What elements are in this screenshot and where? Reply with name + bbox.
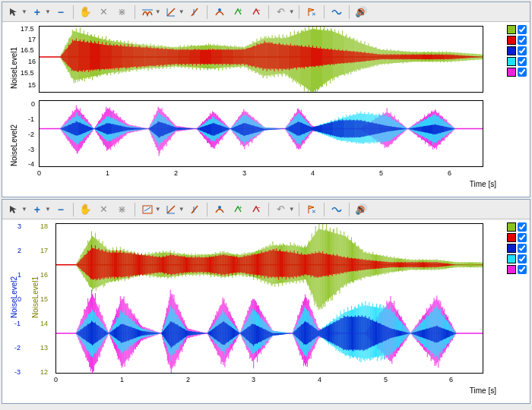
legend-checkbox-series-4[interactable]: [518, 57, 527, 66]
measure-tool-2[interactable]: ⋇: [114, 202, 131, 217]
measure-tool-1[interactable]: ✕: [96, 202, 112, 217]
ytick: -3: [28, 146, 34, 153]
cross-icon: ✕: [100, 203, 108, 215]
marker-add-button[interactable]: +: [230, 5, 246, 20]
undo-button[interactable]: ↶: [273, 5, 290, 20]
ytick: -4: [28, 160, 34, 168]
zoom-out-button[interactable]: −: [52, 5, 69, 20]
xlabel-1: Time [s]: [470, 180, 496, 188]
mute-button[interactable]: 🔊⊘: [353, 202, 370, 217]
speaker-off-icon: 🔊⊘: [355, 203, 368, 215]
legend-row-series-1: [507, 25, 528, 34]
xtick: 0: [54, 376, 58, 383]
ytick-r: 15: [40, 295, 48, 303]
minus-icon: −: [58, 203, 64, 216]
measure-tool-2[interactable]: ⋇: [114, 5, 131, 20]
panel-1: ▼ +▼ − ✋ ✕ ⋇ ▼ ▼ + − ↶▼ ✕ 🔊⊘ NoiseLevel1…: [2, 2, 530, 197]
pan-tool[interactable]: ✋: [78, 5, 94, 20]
ytick-r: 17: [40, 247, 48, 254]
ylabel-noise2: NoiseLevel2: [10, 125, 18, 166]
marker-remove-button[interactable]: −: [248, 5, 264, 20]
xtick: 1: [120, 376, 124, 383]
legend-checkbox-series-1[interactable]: [518, 222, 527, 232]
scale-graph-button[interactable]: [163, 5, 179, 20]
plot-main-1[interactable]: NoiseLevel1 17.5 17 16.5 16 15.5 15 Nois…: [2, 22, 505, 197]
hand-icon: ✋: [79, 203, 92, 215]
legend-checkbox-series-3[interactable]: [518, 244, 527, 253]
legend-checkbox-series-4[interactable]: [518, 254, 527, 263]
legend-checkbox-series-2[interactable]: [518, 233, 527, 242]
ytick: 0: [31, 100, 35, 108]
undo-icon: ↶: [277, 6, 285, 17]
scale-y-button[interactable]: [186, 5, 203, 20]
svg-line-14: [167, 206, 175, 213]
autoscale-button[interactable]: [139, 5, 156, 20]
plot-main-2[interactable]: NoiseLevel2 NoiseLevel1 3 2 1 0 -1 -2 -3…: [2, 219, 505, 403]
pan-tool[interactable]: ✋: [78, 202, 94, 217]
legend-checkbox-series-3[interactable]: [518, 46, 527, 55]
ytick: 16: [28, 58, 36, 65]
ytick: 17.5: [21, 25, 34, 33]
svg-text:✕: ✕: [312, 11, 316, 17]
legend-swatch: [507, 233, 516, 242]
svg-line-13: [144, 207, 150, 211]
xtick: 3: [252, 376, 255, 383]
zoom-in-button[interactable]: +: [29, 5, 46, 20]
xtick: 6: [449, 376, 453, 383]
scale-graph-button[interactable]: [163, 202, 179, 217]
svg-line-4: [192, 8, 198, 16]
plus-icon: +: [34, 6, 40, 18]
ytick-r: 18: [40, 222, 48, 230]
ytick: 15.5: [21, 69, 34, 77]
flag-button[interactable]: ✕: [303, 5, 320, 20]
xtick: 1: [106, 169, 109, 177]
flag-button[interactable]: ✕: [303, 202, 320, 217]
pointer-tool[interactable]: [5, 5, 22, 20]
svg-text:✕: ✕: [312, 209, 316, 214]
legend-row-series-5: [507, 265, 528, 274]
toolbar-1: ▼ +▼ − ✋ ✕ ⋇ ▼ ▼ + − ↶▼ ✕ 🔊⊘: [2, 2, 530, 22]
marker-a-button[interactable]: [211, 202, 228, 217]
xtick: 3: [242, 169, 246, 177]
marker-add-button[interactable]: +: [230, 202, 246, 217]
ytick: -1: [28, 115, 34, 123]
toolbar-2: ▼ +▼ − ✋ ✕ ⋇ ▼ ▼ + − ↶▼ ✕ 🔊⊘: [2, 200, 530, 219]
ytick-l: 0: [17, 295, 21, 303]
measure-tool-1[interactable]: ✕: [96, 5, 112, 20]
marker-a-button[interactable]: [211, 5, 228, 20]
legend-checkbox-series-5[interactable]: [518, 68, 527, 77]
marker-remove-button[interactable]: −: [248, 202, 264, 217]
cross-line-icon: ⋇: [118, 203, 126, 215]
scale-y-button[interactable]: [186, 202, 203, 217]
ytick-r: 12: [40, 368, 48, 376]
waveform-1b: [40, 101, 483, 166]
legend-row-series-2: [507, 36, 528, 45]
legend-row-series-5: [507, 68, 528, 77]
ytick: 16.5: [21, 46, 34, 54]
mute-button[interactable]: 🔊⊘: [353, 5, 370, 20]
ylabel-noise1: NoiseLevel1: [10, 47, 18, 89]
legend-checkbox-series-2[interactable]: [518, 36, 527, 45]
svg-text:+: +: [239, 8, 242, 14]
xlabel-2: Time [s]: [470, 386, 496, 395]
plot-area-2: NoiseLevel2 NoiseLevel1 3 2 1 0 -1 -2 -3…: [2, 219, 530, 403]
zoom-in-button[interactable]: +: [29, 202, 46, 217]
xtick: 4: [318, 376, 321, 383]
ytick-r: 13: [40, 344, 48, 352]
pointer-tool[interactable]: [5, 202, 22, 217]
xtick: 2: [174, 169, 178, 177]
autoscale-button[interactable]: [139, 202, 156, 217]
legend-checkbox-series-1[interactable]: [518, 25, 527, 34]
legend-swatch: [507, 57, 516, 66]
zoom-out-button[interactable]: −: [52, 202, 69, 217]
undo-button[interactable]: ↶: [273, 202, 290, 217]
ytick-l: 2: [17, 247, 21, 254]
xtick: 6: [448, 169, 451, 177]
svg-line-17: [192, 206, 198, 213]
legend-checkbox-series-5[interactable]: [518, 265, 527, 274]
xtick: 2: [186, 376, 190, 383]
settings-button[interactable]: [328, 202, 345, 217]
settings-button[interactable]: [328, 5, 345, 20]
legend-row-series-3: [507, 46, 528, 55]
ytick-l: -1: [14, 320, 21, 327]
